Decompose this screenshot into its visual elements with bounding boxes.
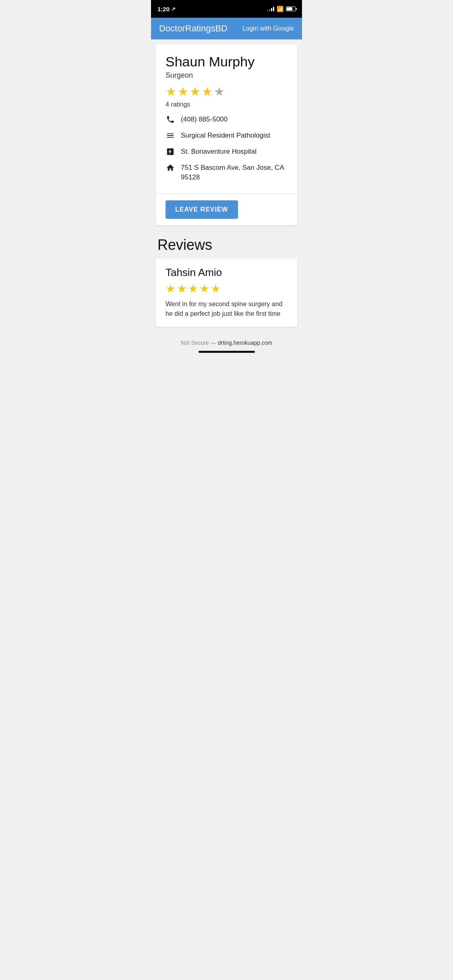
leave-review-button[interactable]: LEAVE REVIEW — [165, 200, 238, 219]
doctor-info: Shaun Murphy Surgeon ★ ★ ★ ★ ★ 4 ratings… — [156, 44, 297, 194]
review-star-5: ★ — [211, 282, 221, 295]
status-icons: 📶 — [267, 6, 296, 12]
footer: Not Secure — drting.herokuapp.com — [151, 333, 302, 359]
navigation-icon: ↗ — [171, 6, 176, 12]
footer-dash: — — [211, 340, 216, 346]
hospital-icon — [165, 147, 175, 158]
signal-icon — [267, 6, 274, 11]
ratings-count: 4 ratings — [165, 101, 288, 108]
review-card: Tahsin Amio ★ ★ ★ ★ ★ Went in for my sec… — [156, 258, 297, 327]
app-header: DoctorRatingsBD Login with Google — [151, 18, 302, 39]
star-2: ★ — [178, 84, 188, 99]
hospital-name: St. Bonaventure Hospital — [181, 147, 256, 156]
reviewer-name: Tahsin Amio — [165, 266, 288, 279]
star-rating: ★ ★ ★ ★ ★ — [165, 84, 288, 99]
app-title: DoctorRatingsBD — [159, 23, 228, 34]
reviews-title: Reviews — [156, 237, 297, 253]
review-star-2: ★ — [177, 282, 187, 295]
doctor-role: Surgical Resident Pathologist — [181, 131, 270, 140]
status-time: 1:20 ↗ — [157, 6, 176, 12]
review-stars: ★ ★ ★ ★ ★ — [165, 282, 288, 295]
hospital-row: St. Bonaventure Hospital — [165, 147, 288, 158]
review-star-1: ★ — [165, 282, 176, 295]
security-label: Not Secure — [181, 340, 209, 346]
address-icon — [165, 163, 175, 174]
wifi-icon: 📶 — [277, 6, 283, 12]
review-text: Went in for my second spine surgery and … — [165, 299, 288, 319]
review-star-3: ★ — [188, 282, 198, 295]
phone-row: (408) 885-5000 — [165, 115, 288, 126]
review-star-4: ★ — [199, 282, 209, 295]
phone-number: (408) 885-5000 — [181, 115, 228, 124]
doctor-address: 751 S Bascom Ave, San Jose, CA 95128 — [181, 163, 288, 182]
star-3: ★ — [190, 84, 201, 99]
status-bar: 1:20 ↗ 📶 — [151, 0, 302, 18]
card-actions: LEAVE REVIEW — [156, 194, 297, 225]
home-indicator — [199, 351, 255, 353]
role-icon — [165, 131, 175, 142]
doctor-specialty: Surgeon — [165, 71, 288, 80]
star-5: ★ — [214, 84, 225, 99]
star-1: ★ — [165, 84, 176, 99]
phone-icon — [165, 115, 175, 126]
role-row: Surgical Resident Pathologist — [165, 131, 288, 142]
doctor-name: Shaun Murphy — [165, 54, 288, 70]
star-4: ★ — [202, 84, 213, 99]
main-content: Shaun Murphy Surgeon ★ ★ ★ ★ ★ 4 ratings… — [151, 44, 302, 333]
reviews-section: Reviews Tahsin Amio ★ ★ ★ ★ ★ Went in fo… — [151, 230, 302, 333]
battery-icon — [286, 6, 296, 11]
doctor-card: Shaun Murphy Surgeon ★ ★ ★ ★ ★ 4 ratings… — [156, 44, 297, 225]
address-row: 751 S Bascom Ave, San Jose, CA 95128 — [165, 163, 288, 182]
footer-url: drting.herokuapp.com — [218, 340, 272, 346]
login-with-google-button[interactable]: Login with Google — [242, 25, 294, 32]
